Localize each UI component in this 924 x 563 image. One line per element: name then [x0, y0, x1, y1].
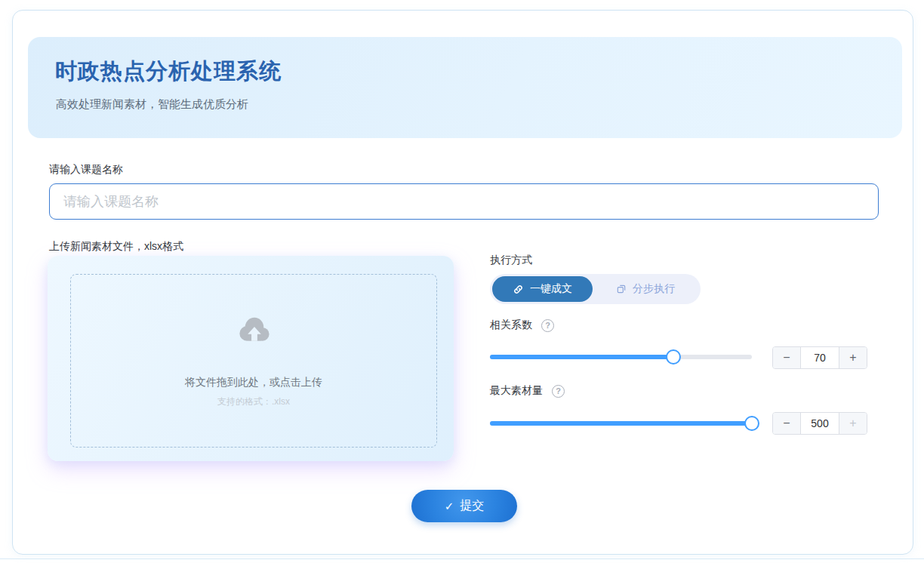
- correlation-stepper: − +: [772, 346, 867, 369]
- cloud-upload-icon: [236, 314, 272, 347]
- format-hint: 支持的格式：.xlsx: [71, 395, 436, 408]
- page-title: 时政热点分析处理系统: [55, 57, 282, 87]
- correlation-slider-fill: [490, 355, 673, 359]
- main-card: 时政热点分析处理系统 高效处理新闻素材，智能生成优质分析 请输入课题名称 上传新…: [12, 10, 913, 555]
- decrease-button[interactable]: −: [773, 347, 801, 368]
- execution-mode-segmented-control: 一键成文 分步执行: [490, 274, 701, 304]
- max-material-value-input[interactable]: [801, 413, 839, 434]
- link-icon: [513, 284, 524, 295]
- drop-instruction: 将文件拖到此处，或点击上传: [71, 376, 436, 389]
- check-icon: ✓: [445, 500, 454, 513]
- segment-label: 一键成文: [530, 282, 572, 296]
- segment-one-click-compose[interactable]: 一键成文: [492, 276, 593, 302]
- correlation-slider-thumb[interactable]: [666, 349, 681, 365]
- submit-button[interactable]: ✓ 提交: [411, 490, 517, 522]
- segment-label: 分步执行: [633, 282, 675, 296]
- page-subtitle: 高效处理新闻素材，智能生成优质分析: [56, 97, 248, 112]
- correlation-label: 相关系数: [490, 318, 532, 332]
- header-banner: 时政热点分析处理系统 高效处理新闻素材，智能生成优质分析: [28, 37, 902, 138]
- max-material-label-row: 最大素材量 ?: [490, 384, 565, 398]
- max-material-stepper: − +: [772, 412, 867, 435]
- correlation-label-row: 相关系数 ?: [490, 318, 554, 332]
- decrease-button[interactable]: −: [773, 413, 801, 434]
- correlation-slider[interactable]: [490, 355, 752, 359]
- correlation-value-input[interactable]: [801, 347, 839, 368]
- increase-button[interactable]: +: [839, 347, 867, 368]
- page-bottom-divider: [0, 558, 924, 559]
- copy-document-icon: [616, 284, 627, 294]
- increase-button-disabled[interactable]: +: [839, 413, 867, 434]
- max-material-slider[interactable]: [490, 421, 752, 426]
- submit-label: 提交: [460, 498, 484, 514]
- upload-dashed-area[interactable]: 将文件拖到此处，或点击上传 支持的格式：.xlsx: [70, 274, 437, 448]
- max-material-label: 最大素材量: [490, 384, 543, 398]
- page: 时政热点分析处理系统 高效处理新闻素材，智能生成优质分析 请输入课题名称 上传新…: [0, 0, 924, 563]
- question-circle-icon[interactable]: ?: [541, 319, 554, 332]
- max-material-slider-fill: [490, 421, 752, 426]
- execution-mode-label: 执行方式: [490, 254, 532, 267]
- max-material-slider-thumb[interactable]: [744, 416, 759, 431]
- question-circle-icon[interactable]: ?: [552, 385, 565, 398]
- segment-step-by-step[interactable]: 分步执行: [593, 276, 698, 302]
- upload-label: 上传新闻素材文件，xlsx格式: [49, 240, 183, 254]
- topic-label: 请输入课题名称: [49, 163, 123, 177]
- topic-input[interactable]: [49, 183, 879, 220]
- upload-dropzone[interactable]: 将文件拖到此处，或点击上传 支持的格式：.xlsx: [48, 256, 454, 461]
